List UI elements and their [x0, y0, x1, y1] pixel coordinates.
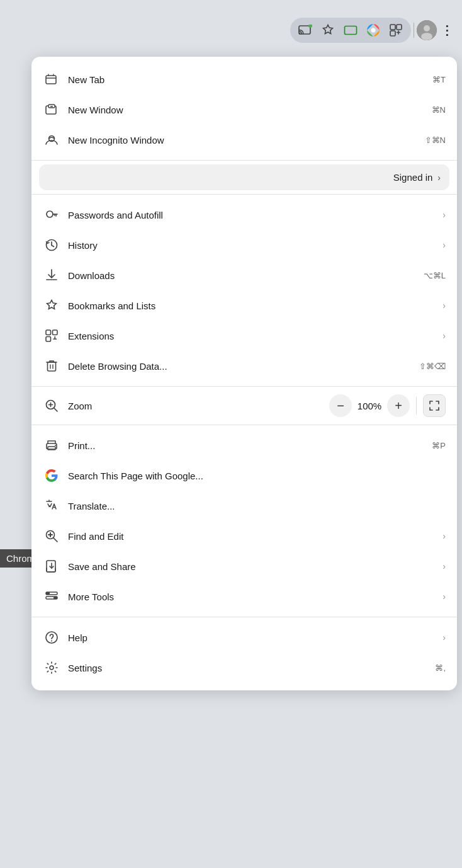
- svg-rect-2: [345, 26, 357, 34]
- svg-point-9: [424, 25, 430, 31]
- svg-point-10: [421, 33, 432, 40]
- svg-rect-37: [47, 561, 55, 572]
- zoom-icon: [43, 397, 60, 414]
- search-google-label: Search This Page with Google...: [68, 471, 446, 481]
- bookmarks-label: Bookmarks and Lists: [68, 300, 437, 311]
- divider-4: [31, 425, 457, 425]
- svg-point-44: [50, 666, 54, 670]
- menu-item-translate[interactable]: Translate...: [31, 491, 457, 521]
- svg-point-32: [55, 445, 56, 446]
- more-options-icon[interactable]: ⋮: [437, 20, 457, 40]
- more-tools-icon: [43, 588, 60, 605]
- menu-item-more-tools[interactable]: More Tools ›: [31, 581, 457, 612]
- divider-2: [31, 194, 457, 195]
- menu-item-new-tab[interactable]: New Tab ⌘T: [31, 64, 457, 94]
- zoom-value: 100%: [356, 401, 383, 411]
- bookmark-star-icon[interactable]: [319, 21, 337, 39]
- downloads-shortcut: ⌥⌘L: [424, 271, 446, 280]
- menu-section-page: Print... ⌘P Search This Page with Google…: [31, 428, 457, 614]
- toolbar-icon-group: [290, 18, 411, 43]
- find-edit-label: Find and Edit: [68, 531, 437, 542]
- menu-item-help[interactable]: Help ›: [31, 622, 457, 653]
- menu-section-tools: Passwords and Autofill › History ›: [31, 197, 457, 384]
- download-icon: [43, 266, 60, 284]
- delete-browsing-label: Delete Browsing Data...: [68, 361, 414, 372]
- translate-label: Translate...: [68, 501, 446, 511]
- more-tools-label: More Tools: [68, 591, 437, 602]
- extensions-chevron: ›: [442, 331, 446, 341]
- zoom-label: Zoom: [68, 401, 92, 411]
- extensions-menu-icon: [43, 327, 60, 345]
- menu-item-print[interactable]: Print... ⌘P: [31, 430, 457, 460]
- history-icon: [43, 236, 60, 254]
- downloads-label: Downloads: [68, 270, 419, 281]
- trash-icon: [43, 357, 60, 375]
- print-shortcut: ⌘P: [432, 441, 446, 450]
- save-share-chevron: ›: [442, 561, 446, 571]
- incognito-label: New Incognito Window: [68, 135, 420, 146]
- avatar-icon[interactable]: [417, 20, 437, 40]
- zoom-section: Zoom − 100% +: [31, 389, 457, 422]
- help-chevron: ›: [442, 632, 446, 642]
- svg-point-43: [51, 641, 52, 642]
- svg-point-15: [47, 211, 53, 217]
- save-share-icon: [43, 557, 60, 575]
- svg-rect-6: [397, 25, 402, 30]
- delete-browsing-shortcut: ⇧⌘⌫: [419, 362, 446, 371]
- extensions-label: Extensions: [68, 331, 437, 341]
- menu-item-extensions[interactable]: Extensions ›: [31, 321, 457, 351]
- signed-in-text: Signed in: [393, 172, 433, 183]
- zoom-separator: [416, 397, 417, 414]
- menu-item-history[interactable]: History ›: [31, 230, 457, 260]
- menu-item-search-google[interactable]: Search This Page with Google...: [31, 460, 457, 491]
- passwords-chevron: ›: [442, 210, 446, 220]
- svg-line-27: [54, 408, 57, 411]
- svg-rect-5: [390, 25, 395, 30]
- menu-item-bookmarks[interactable]: Bookmarks and Lists ›: [31, 290, 457, 321]
- extensions-icon[interactable]: [387, 21, 405, 39]
- svg-rect-36: [50, 532, 51, 537]
- menu-item-incognito[interactable]: New Incognito Window ⇧⌘N: [31, 125, 457, 155]
- signed-in-section[interactable]: Signed in ›: [39, 164, 449, 190]
- help-label: Help: [68, 632, 437, 643]
- menu-section-system: Help › Settings ⌘,: [31, 620, 457, 685]
- cast-icon[interactable]: [296, 21, 314, 39]
- key-icon: [43, 206, 60, 224]
- incognito-shortcut: ⇧⌘N: [425, 135, 446, 145]
- zoom-plus-button[interactable]: +: [387, 394, 410, 417]
- menu-section-new: New Tab ⌘T New Window ⌘N: [31, 62, 457, 157]
- translate-icon: [43, 497, 60, 515]
- new-tab-icon: [43, 71, 60, 88]
- find-icon: [43, 527, 60, 545]
- tab-search-icon[interactable]: [342, 21, 359, 39]
- svg-rect-41: [54, 597, 57, 599]
- new-window-label: New Window: [68, 105, 427, 115]
- more-tools-chevron: ›: [442, 591, 446, 602]
- zoom-fullscreen-button[interactable]: [423, 394, 446, 417]
- menu-item-save-share[interactable]: Save and Share ›: [31, 551, 457, 581]
- svg-line-34: [54, 538, 57, 542]
- chrome-dropdown-menu: New Tab ⌘T New Window ⌘N: [31, 57, 457, 690]
- zoom-controls: − 100% +: [329, 394, 446, 417]
- color-wheel-icon[interactable]: [364, 21, 382, 39]
- menu-item-new-window[interactable]: New Window ⌘N: [31, 94, 457, 125]
- menu-item-passwords[interactable]: Passwords and Autofill ›: [31, 200, 457, 230]
- svg-rect-40: [46, 592, 50, 595]
- new-window-shortcut: ⌘N: [432, 105, 446, 115]
- signed-in-chevron: ›: [437, 173, 441, 183]
- toolbar: ⋮: [0, 0, 462, 54]
- svg-rect-22: [46, 337, 51, 342]
- svg-point-1: [308, 25, 312, 28]
- svg-rect-23: [48, 362, 56, 371]
- help-icon: [43, 629, 60, 646]
- menu-item-find-edit[interactable]: Find and Edit ›: [31, 521, 457, 551]
- menu-item-delete-browsing[interactable]: Delete Browsing Data... ⇧⌘⌫: [31, 351, 457, 381]
- google-icon: [43, 467, 60, 484]
- divider-1: [31, 160, 457, 161]
- find-edit-chevron: ›: [442, 531, 446, 541]
- divider-3: [31, 386, 457, 387]
- svg-rect-7: [390, 31, 395, 36]
- zoom-minus-button[interactable]: −: [329, 394, 352, 417]
- menu-item-settings[interactable]: Settings ⌘,: [31, 653, 457, 683]
- menu-item-downloads[interactable]: Downloads ⌥⌘L: [31, 260, 457, 290]
